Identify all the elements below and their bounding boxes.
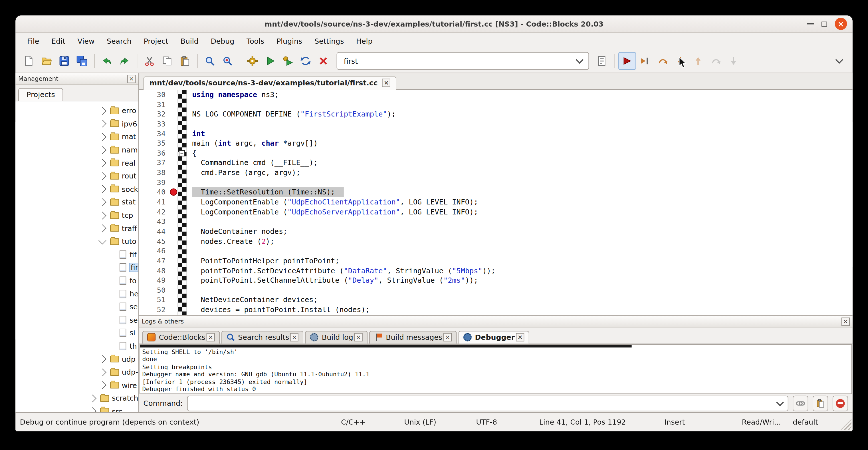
step-out-button[interactable] bbox=[689, 52, 707, 70]
menu-item-file[interactable]: File bbox=[21, 34, 45, 48]
close-icon[interactable] bbox=[127, 74, 135, 83]
breakpoint-margin[interactable] bbox=[170, 207, 178, 217]
minimize-icon[interactable] bbox=[807, 23, 814, 25]
line-number[interactable]: 52 bbox=[139, 305, 170, 314]
close-icon[interactable] bbox=[516, 333, 524, 341]
maximize-icon[interactable] bbox=[822, 22, 827, 26]
line-number[interactable]: 47 bbox=[139, 256, 170, 266]
menu-item-build[interactable]: Build bbox=[174, 34, 205, 48]
chevron-right-icon[interactable] bbox=[98, 382, 106, 389]
breakpoint-margin[interactable] bbox=[170, 246, 178, 256]
breakpoint-margin[interactable] bbox=[170, 275, 178, 285]
abort-button[interactable] bbox=[314, 52, 332, 70]
chevron-right-icon[interactable] bbox=[89, 395, 96, 402]
breakpoint-margin[interactable] bbox=[170, 188, 178, 197]
copy-button[interactable] bbox=[158, 52, 176, 70]
line-number[interactable]: 48 bbox=[139, 266, 170, 275]
breakpoint-margin[interactable] bbox=[170, 129, 178, 139]
breakpoint-margin[interactable] bbox=[170, 217, 178, 227]
tree-item[interactable]: se bbox=[16, 300, 138, 313]
command-combobox[interactable] bbox=[187, 395, 788, 411]
resize-grip-icon[interactable] bbox=[840, 419, 851, 430]
line-number[interactable]: 46 bbox=[139, 246, 170, 256]
code-area[interactable]: 30using namespace ns3;3132NS_LOG_COMPONE… bbox=[139, 90, 852, 314]
tree-item[interactable]: wire bbox=[16, 379, 138, 392]
menu-item-help[interactable]: Help bbox=[350, 34, 379, 48]
search-options-button[interactable] bbox=[593, 52, 611, 70]
breakpoint-margin[interactable] bbox=[170, 285, 178, 295]
chevron-right-icon[interactable] bbox=[98, 159, 106, 167]
step-into-button[interactable] bbox=[672, 52, 689, 70]
line-number[interactable]: 33 bbox=[139, 119, 170, 129]
tree-item[interactable]: si bbox=[16, 326, 138, 339]
project-tree[interactable]: erroipv6matnamrealroutsockstattcptrafftu… bbox=[16, 101, 138, 412]
line-number[interactable]: 51 bbox=[139, 295, 170, 305]
log-tab-code-blocks[interactable]: Code::Blocks bbox=[143, 331, 220, 344]
close-icon[interactable]: × bbox=[835, 18, 847, 30]
tree-item[interactable]: fo bbox=[16, 274, 138, 287]
tree-item[interactable]: tuto bbox=[16, 235, 138, 248]
debugger-command-input[interactable] bbox=[192, 399, 774, 408]
log-tab-build-messages[interactable]: Build messages bbox=[369, 331, 457, 344]
line-number[interactable]: 45 bbox=[139, 236, 170, 246]
step-into-instruction-button[interactable] bbox=[725, 52, 742, 70]
menu-item-project[interactable]: Project bbox=[137, 34, 174, 48]
breakpoint-margin[interactable] bbox=[170, 90, 178, 99]
menu-item-tools[interactable]: Tools bbox=[241, 34, 271, 48]
breakpoint-margin[interactable] bbox=[170, 236, 178, 246]
tree-item[interactable]: rout bbox=[16, 170, 138, 183]
breakpoint-margin[interactable] bbox=[170, 256, 178, 266]
chevron-right-icon[interactable] bbox=[98, 224, 106, 232]
tree-item[interactable]: he bbox=[16, 287, 138, 300]
tree-item[interactable]: scratch bbox=[16, 392, 138, 405]
save-all-button[interactable] bbox=[73, 52, 91, 70]
breakpoint-margin[interactable] bbox=[170, 168, 178, 178]
chevron-down-icon[interactable] bbox=[98, 237, 106, 244]
editor-tab-first-cc[interactable]: mnt/dev/tools/source/ns-3-dev/examples/t… bbox=[143, 77, 396, 90]
stop-debugger-button[interactable] bbox=[833, 395, 848, 411]
line-number[interactable]: 32 bbox=[139, 109, 170, 119]
fold-marker-icon[interactable] bbox=[179, 150, 185, 156]
tree-item[interactable]: udp bbox=[16, 353, 138, 366]
breakpoint-margin[interactable] bbox=[170, 227, 178, 236]
close-icon[interactable] bbox=[382, 79, 390, 87]
breakpoint-margin[interactable] bbox=[170, 295, 178, 305]
find-button[interactable] bbox=[201, 52, 219, 70]
cut-button[interactable] bbox=[141, 52, 158, 70]
toolbar-combobox[interactable] bbox=[337, 52, 589, 70]
chevron-right-icon[interactable] bbox=[98, 146, 106, 154]
chevron-down-icon[interactable] bbox=[573, 54, 586, 68]
line-number[interactable]: 43 bbox=[139, 217, 170, 227]
breakpoint-margin[interactable] bbox=[170, 178, 178, 188]
tree-item[interactable]: fir bbox=[16, 261, 138, 274]
open-file-button[interactable] bbox=[38, 52, 55, 70]
new-file-button[interactable] bbox=[20, 52, 38, 70]
titlebar[interactable]: mnt/dev/tools/source/ns-3-dev/examples/t… bbox=[16, 16, 852, 33]
close-icon[interactable] bbox=[290, 333, 299, 341]
debugger-output-pane[interactable]: Setting SHELL to '/bin/sh'doneSetting br… bbox=[140, 344, 852, 394]
tree-item[interactable]: th bbox=[16, 339, 138, 353]
search-input[interactable] bbox=[343, 56, 573, 66]
line-number[interactable]: 49 bbox=[139, 275, 170, 285]
line-number[interactable]: 39 bbox=[139, 178, 170, 188]
debug-continue-button[interactable] bbox=[618, 52, 636, 70]
line-number[interactable]: 41 bbox=[139, 197, 170, 207]
close-icon[interactable] bbox=[354, 333, 363, 341]
breakpoint-margin[interactable] bbox=[170, 100, 178, 109]
line-number[interactable]: 34 bbox=[139, 129, 170, 139]
tree-item[interactable]: tcp bbox=[16, 209, 138, 222]
tab-projects[interactable]: Projects bbox=[18, 88, 63, 102]
line-number[interactable]: 37 bbox=[139, 158, 170, 168]
chevron-right-icon[interactable] bbox=[98, 368, 106, 376]
tree-item[interactable]: fif bbox=[16, 248, 138, 261]
tree-item[interactable]: ipv6 bbox=[16, 117, 138, 130]
chevron-right-icon[interactable] bbox=[98, 185, 106, 193]
menu-item-edit[interactable]: Edit bbox=[45, 34, 72, 48]
chevron-right-icon[interactable] bbox=[98, 199, 106, 206]
close-icon[interactable] bbox=[841, 317, 850, 326]
breakpoint-margin[interactable] bbox=[170, 148, 178, 158]
menu-item-search[interactable]: Search bbox=[101, 34, 137, 48]
breakpoint-margin[interactable] bbox=[170, 119, 178, 129]
chevron-right-icon[interactable] bbox=[98, 133, 106, 141]
line-number[interactable]: 42 bbox=[139, 207, 170, 217]
